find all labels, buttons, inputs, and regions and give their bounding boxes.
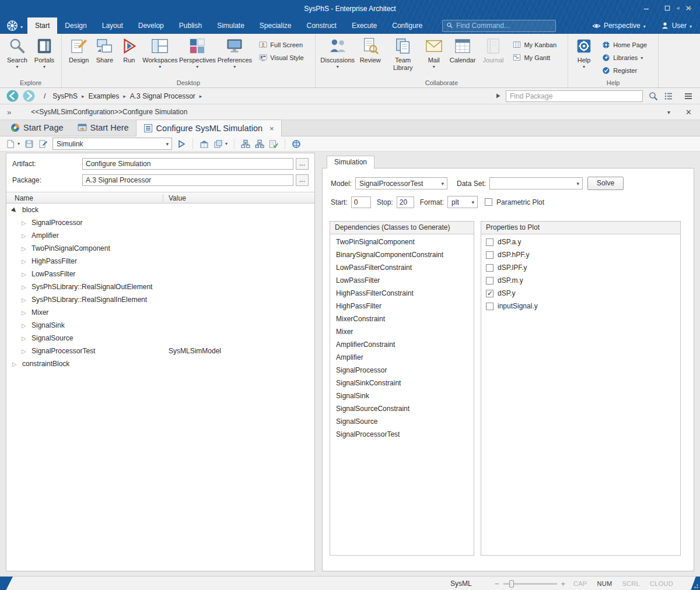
- ribbon-button[interactable]: Workspaces ▾: [141, 36, 178, 71]
- dependency-item[interactable]: HighPassFilterConstraint: [330, 287, 474, 300]
- plot-property-checkbox[interactable]: [486, 251, 494, 259]
- web-icon[interactable]: [292, 139, 301, 149]
- document-tab[interactable]: Start Here ×: [71, 120, 136, 136]
- plot-property-item[interactable]: dSP.hPF.y: [481, 248, 680, 261]
- parametric-plot-option[interactable]: Parametric Plot: [485, 198, 544, 206]
- ribbon-button[interactable]: Design ▾: [65, 36, 92, 71]
- ribbon-button[interactable]: Mail ▾: [422, 36, 446, 71]
- package-search-icon[interactable]: [649, 92, 658, 101]
- package-browse-button[interactable]: ...: [296, 174, 309, 186]
- ribbon-small-button[interactable]: Visual Style ▾: [259, 54, 309, 62]
- perspective-menu[interactable]: Perspective ▾: [592, 22, 646, 30]
- ribbon-tab[interactable]: Execute: [344, 17, 384, 34]
- dependency-item[interactable]: HighPassFilter: [330, 300, 474, 312]
- artifact-input[interactable]: [82, 158, 293, 170]
- tree-expand-arrow-icon[interactable]: [22, 258, 29, 265]
- ribbon-button[interactable]: Perspectives ▾: [178, 36, 216, 71]
- plot-property-item[interactable]: dSP.m.y: [481, 274, 680, 287]
- expand-arrow-icon[interactable]: [494, 92, 502, 100]
- breadcrumb-item[interactable]: SysPhS: [52, 92, 78, 100]
- find-command-input[interactable]: [456, 22, 552, 30]
- dependency-item[interactable]: AmplifierConstraint: [330, 338, 474, 351]
- tree-row[interactable]: SignalSource: [6, 332, 314, 345]
- tree-expand-arrow-icon[interactable]: [22, 348, 29, 354]
- tree-expand-icon[interactable]: [241, 139, 250, 149]
- document-tab[interactable]: Start Page ×: [4, 120, 71, 136]
- dependency-item[interactable]: SignalSourceConstraint: [330, 402, 474, 415]
- dependency-item[interactable]: Mixer: [330, 325, 474, 338]
- plot-property-checkbox[interactable]: [486, 238, 494, 246]
- tree-row[interactable]: Mixer: [6, 306, 314, 319]
- solve-button[interactable]: Solve: [587, 177, 624, 190]
- dependency-item[interactable]: SignalSource: [330, 415, 474, 428]
- tree-expand-arrow-icon[interactable]: [22, 335, 29, 342]
- statusbar-toggle[interactable]: SCRL: [622, 580, 640, 587]
- plot-property-item[interactable]: dSP.lPF.y: [481, 261, 680, 274]
- ribbon-button[interactable]: Share ▾: [92, 36, 117, 71]
- tree-expand-arrow-icon[interactable]: [12, 207, 20, 213]
- zoom-track[interactable]: [503, 583, 557, 585]
- plot-property-checkbox[interactable]: [486, 290, 494, 297]
- nav-forward-icon[interactable]: [22, 89, 36, 103]
- tree-expand-arrow-icon[interactable]: [22, 322, 29, 329]
- find-package-input[interactable]: [506, 90, 643, 102]
- ribbon-small-button[interactable]: My Kanban ▾: [513, 41, 562, 49]
- ribbon-tab[interactable]: Configure: [384, 17, 430, 34]
- list-view-icon[interactable]: [664, 92, 673, 101]
- minimize-icon[interactable]: [643, 5, 650, 12]
- ribbon-tab[interactable]: Specialize: [252, 17, 299, 34]
- layers-icon[interactable]: [214, 139, 223, 149]
- ribbon-button[interactable]: Team Library ▾: [384, 36, 422, 78]
- model-combobox[interactable]: SignalProcessorTest: [355, 177, 447, 189]
- ribbon-tab[interactable]: Simulate: [209, 17, 252, 34]
- tree-row[interactable]: constraintBlock: [6, 357, 314, 370]
- ribbon-button[interactable]: Journal ▾: [479, 36, 507, 71]
- generate-icon[interactable]: [200, 139, 209, 149]
- zoom-out-icon[interactable]: −: [495, 580, 499, 588]
- ribbon-small-button[interactable]: Home Page ▾: [602, 41, 652, 49]
- ribbon-tab[interactable]: Start: [27, 17, 57, 34]
- artifact-browse-button[interactable]: ...: [296, 158, 309, 170]
- ribbon-button[interactable]: Search ▾: [4, 36, 31, 71]
- tree-expand-arrow-icon[interactable]: [22, 284, 29, 290]
- ribbon-tab[interactable]: Develop: [131, 17, 172, 34]
- statusbar-toggle[interactable]: NUM: [597, 580, 612, 587]
- dependency-item[interactable]: LowPassFilterConstraint: [330, 261, 474, 274]
- validate-icon[interactable]: [269, 139, 278, 149]
- ribbon-button[interactable]: Calendar ▾: [446, 36, 480, 71]
- plot-property-checkbox[interactable]: [486, 303, 494, 310]
- dependency-item[interactable]: Amplifier: [330, 351, 474, 364]
- dependency-item[interactable]: SignalProcessorTest: [330, 428, 474, 441]
- tree-expand-arrow-icon[interactable]: [22, 271, 29, 278]
- collapse-chevrons-icon[interactable]: »: [7, 108, 11, 117]
- tree-expand-arrow-icon[interactable]: [22, 297, 29, 303]
- dependency-item[interactable]: TwoPinSignalComponent: [330, 236, 474, 248]
- breadcrumb-item[interactable]: Examples: [89, 92, 120, 100]
- dataset-combobox[interactable]: [489, 177, 583, 189]
- statusbar-toggle[interactable]: CLOUD: [650, 580, 673, 587]
- tree-row[interactable]: SignalSink: [6, 319, 314, 332]
- tree-expand-arrow-icon[interactable]: [12, 361, 20, 367]
- tab-simulation[interactable]: Simulation: [327, 156, 374, 168]
- tree-row[interactable]: SignalProcessorTest SysMLSimModel: [6, 345, 314, 357]
- ribbon-button[interactable]: Review ▾: [356, 36, 384, 71]
- parametric-plot-checkbox[interactable]: [485, 198, 492, 206]
- tree-row[interactable]: SysPhSLibrary::RealSignalOutElement: [6, 280, 314, 293]
- app-logo-icon[interactable]: [6, 19, 19, 32]
- tree-expand-arrow-icon[interactable]: [22, 233, 29, 239]
- plot-property-item[interactable]: inputSignal.y: [481, 300, 680, 312]
- zoom-in-icon[interactable]: +: [561, 580, 566, 588]
- start-input[interactable]: [351, 196, 371, 208]
- tree-expand-arrow-icon[interactable]: [22, 245, 29, 252]
- zoom-thumb[interactable]: [509, 580, 514, 588]
- run-simulation-icon[interactable]: [177, 139, 186, 149]
- plot-property-checkbox[interactable]: [486, 277, 494, 285]
- caption-close-icon[interactable]: ✕: [685, 108, 692, 117]
- hamburger-menu-icon[interactable]: [684, 92, 693, 101]
- stop-input[interactable]: [397, 196, 414, 208]
- tree-row[interactable]: SysPhSLibrary::RealSignalInElement: [6, 293, 314, 306]
- edit-icon[interactable]: [38, 139, 48, 149]
- package-input[interactable]: [82, 174, 293, 186]
- new-file-icon[interactable]: [6, 139, 15, 149]
- tab-scroll-left-icon[interactable]: ◂: [676, 4, 680, 12]
